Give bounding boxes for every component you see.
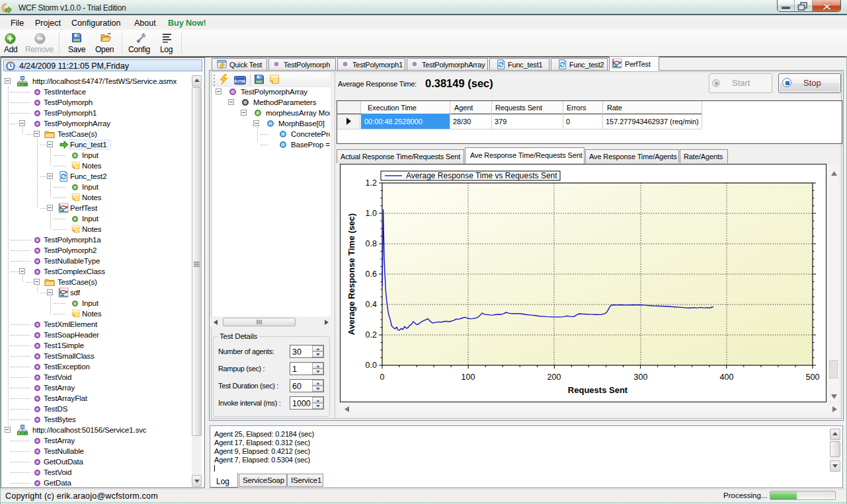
svg-text:0.8: 0.8 <box>366 239 377 248</box>
svg-text:0: 0 <box>380 373 385 382</box>
svg-text:200: 200 <box>547 373 561 382</box>
svg-text:Requests Sent: Requests Sent <box>568 385 628 395</box>
svg-text:100: 100 <box>462 373 475 382</box>
svg-text:XHTML: XHTML <box>234 79 246 83</box>
svg-text:1.2: 1.2 <box>366 178 377 188</box>
svg-text:0.0: 0.0 <box>366 361 377 370</box>
svg-text:300: 300 <box>634 373 648 382</box>
svg-text:400: 400 <box>720 373 734 382</box>
svg-text:500: 500 <box>806 373 820 382</box>
svg-text:0.6: 0.6 <box>366 270 377 279</box>
svg-text:0.2: 0.2 <box>366 330 377 340</box>
svg-text:0.4: 0.4 <box>366 300 377 309</box>
svg-text:Average Response Time (sec): Average Response Time (sec) <box>346 213 356 335</box>
svg-text:1.0: 1.0 <box>366 209 377 218</box>
svg-text:Average Response Time vs Reque: Average Response Time vs Requests Sent <box>406 171 557 180</box>
